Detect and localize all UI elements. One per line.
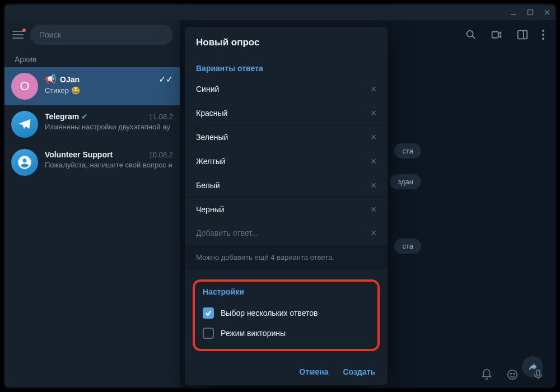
chat-name: Telegram <box>45 112 79 121</box>
menu-icon[interactable] <box>11 30 25 40</box>
create-button[interactable]: Создать <box>343 367 375 376</box>
svg-point-11 <box>514 373 515 374</box>
checkbox[interactable] <box>203 328 214 339</box>
svg-rect-12 <box>536 370 540 376</box>
message-fragment: ста <box>394 143 421 158</box>
option-text: Желтый <box>196 157 367 166</box>
chat-preview: Изменены настройки двухэтапной ау <box>45 123 173 131</box>
checkbox[interactable] <box>203 307 214 319</box>
svg-rect-6 <box>492 32 498 38</box>
close-icon[interactable]: × <box>367 179 380 192</box>
add-option-row[interactable]: Добавить ответ... × <box>185 221 388 245</box>
search-icon[interactable] <box>465 29 477 41</box>
sidebar: Поиск Архив O 📢 OJan ✓✓ Стикер 😂 Telegra… <box>4 20 180 388</box>
avatar: O <box>11 73 38 100</box>
modal-title: Новый опрос <box>185 27 388 56</box>
close-icon[interactable]: × <box>367 131 380 143</box>
svg-line-5 <box>473 36 475 39</box>
svg-point-9 <box>508 370 517 380</box>
svg-rect-1 <box>528 10 533 15</box>
settings-highlight: Настройки Выбор нескольких ответовРежим … <box>193 279 380 351</box>
verified-icon: ✔ <box>81 112 88 121</box>
megaphone-icon: 📢 <box>45 74 56 85</box>
close-icon[interactable]: × <box>367 203 380 216</box>
close-icon[interactable]: × <box>367 155 380 167</box>
setting-row[interactable]: Режим викторины <box>197 321 375 341</box>
sidepanel-icon[interactable] <box>516 29 529 41</box>
archive-label[interactable]: Архив <box>4 49 180 67</box>
svg-rect-7 <box>518 31 528 39</box>
chat-item-telegram[interactable]: Telegram ✔ 11.08.2 Изменены настройки дв… <box>4 105 180 143</box>
message-fragment: ста <box>394 239 421 254</box>
option-text: Зеленый <box>196 133 367 142</box>
option-row[interactable]: Белый× <box>185 174 388 198</box>
settings-header: Настройки <box>197 283 375 301</box>
options-hint: Можно добавить ещё 4 варианта ответа. <box>185 245 388 269</box>
svg-point-4 <box>467 31 473 37</box>
option-row[interactable]: Желтый× <box>185 150 388 174</box>
option-row[interactable]: Черный× <box>185 198 388 221</box>
new-poll-modal: Новый опрос Варианты ответа Синий×Красны… <box>185 27 388 385</box>
option-text: Синий <box>196 85 367 94</box>
svg-point-10 <box>510 373 511 374</box>
setting-label: Выбор нескольких ответов <box>221 309 318 318</box>
option-row[interactable]: Зеленый× <box>185 125 388 150</box>
chat-item-support[interactable]: Volunteer Support 10.08.2 Пожалуйста, на… <box>4 143 180 181</box>
setting-label: Режим викторины <box>221 329 286 338</box>
chat-name: Volunteer Support <box>45 150 113 159</box>
cancel-button[interactable]: Отмена <box>299 367 328 376</box>
option-text: Красный <box>196 109 367 118</box>
option-row[interactable]: Красный× <box>185 101 388 125</box>
minimize-button[interactable] <box>510 8 517 16</box>
chat-name: OJan <box>60 75 80 84</box>
maximize-button[interactable] <box>526 8 534 16</box>
message-fragment: здан <box>390 174 421 189</box>
chat-date: 11.08.2 <box>149 113 173 121</box>
avatar <box>11 111 38 138</box>
close-icon[interactable]: × <box>367 83 380 95</box>
chat-preview: Стикер 😂 <box>45 86 173 95</box>
close-button[interactable] <box>543 8 551 16</box>
option-text: Черный <box>196 205 367 214</box>
option-row[interactable]: Синий× <box>185 77 388 101</box>
add-option-placeholder: Добавить ответ... <box>196 228 367 237</box>
chat-item-ojan[interactable]: O 📢 OJan ✓✓ Стикер 😂 <box>4 67 180 105</box>
emoji-icon[interactable] <box>506 368 519 381</box>
options-header: Варианты ответа <box>185 56 388 77</box>
chat-preview: Пожалуйста, напишите свой вопрос н <box>45 161 173 169</box>
more-icon[interactable] <box>542 30 544 40</box>
read-check-icon: ✓✓ <box>158 74 173 85</box>
setting-row[interactable]: Выбор нескольких ответов <box>197 301 375 321</box>
notifications-icon[interactable] <box>480 368 493 381</box>
chat-date: 10.08.2 <box>149 151 173 159</box>
option-text: Белый <box>196 181 367 190</box>
close-icon[interactable]: × <box>367 107 380 119</box>
window-titlebar <box>4 4 556 20</box>
mic-icon[interactable] <box>532 368 544 381</box>
avatar <box>11 149 38 176</box>
search-input[interactable]: Поиск <box>30 25 173 45</box>
video-icon[interactable] <box>491 29 503 41</box>
close-icon[interactable]: × <box>367 227 380 239</box>
